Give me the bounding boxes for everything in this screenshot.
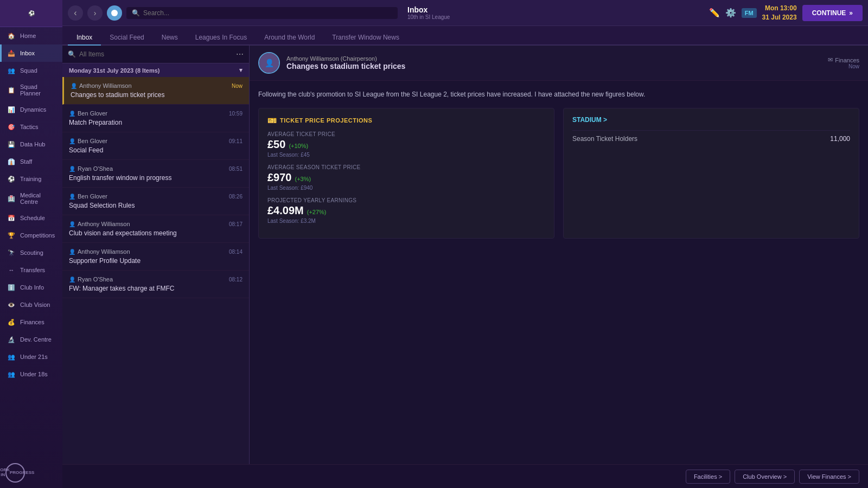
sidebar-item-finances[interactable]: 💰 Finances [0,313,62,331]
search-icon-small: 🔍 [68,50,76,58]
stadium-card: STADIUM > Season Ticket Holders 11,000 [563,108,859,239]
tab-around-world[interactable]: Around the World [256,29,323,46]
detail-tag-right: ✉ Finances Now [828,56,859,69]
projections-section: 🎫 TICKET PRICE PROJECTIONS AVERAGE TICKE… [258,108,859,239]
message-6-time: 08:17 [229,221,242,227]
message-item-3[interactable]: 👤 Ben Glover 09:11 Social Feed [62,132,249,160]
continue-arrow-icon: » [849,9,853,17]
nav-forward-button[interactable] [87,5,103,21]
sidebar-label-competitions: Competitions [20,232,55,239]
message-5-header: 👤 Ben Glover 08:26 [69,193,242,200]
detail-body: Following the club's promotion to SI Lea… [250,81,868,488]
sidebar-item-squad-planner[interactable]: 📋 Squad Planner [0,79,62,101]
person-icon-7: 👤 [69,249,75,255]
tag-icon: ✉ [828,56,833,63]
message-6-header: 👤 Anthony Williamson 08:17 [69,221,242,227]
training-icon: ⚽ [7,175,16,183]
message-1-sender: 👤 Anthony Williamson [71,82,132,89]
sidebar-item-home[interactable]: 🏠 Home [0,27,62,44]
competitions-icon: 🏆 [7,231,16,240]
avg-season-change: (+3%) [295,176,311,182]
inbox-icon: 📥 [7,49,16,57]
sidebar: ⚽ 🏠 Home 📥 Inbox 👥 Squad 📋 Squad Planner… [0,0,62,488]
message-3-subject: Social Feed [69,146,242,154]
sidebar-item-transfers[interactable]: ↔️ Transfers [0,261,62,279]
search-input[interactable] [143,9,392,17]
message-item-7[interactable]: 👤 Anthony Williamson 08:14 Supporter Pro… [62,243,249,271]
message-search-input[interactable] [79,50,233,58]
avg-season-row: £970 (+3%) [267,171,545,184]
fm-badge: FM [742,8,757,18]
edit-icon[interactable]: ✏️ [709,8,720,18]
bottombar: Facilities > Club Overview > View Financ… [62,464,868,488]
sidebar-item-under21s[interactable]: 👥 Under 21s [0,348,62,365]
sidebar-item-staff[interactable]: 👔 Staff [0,153,62,170]
sidebar-label-scouting: Scouting [20,249,43,256]
sidebar-item-scouting[interactable]: 🔭 Scouting [0,244,62,261]
stadium-season-tickets-row: Season Ticket Holders 11,000 [572,130,850,147]
sidebar-label-medical: Medical Centre [20,192,57,205]
sidebar-item-dynamics[interactable]: 📊 Dynamics [0,101,62,118]
avg-ticket-value: £50 [267,138,285,151]
message-list-scroll[interactable]: Monday 31st July 2023 (8 Items) ▾ 👤 Anth… [62,63,249,488]
detail-sender-name: Anthony Williamson (Chairperson) [286,55,405,62]
continue-label: CONTINUE [812,9,846,17]
sidebar-label-dev-centre: Dev. Centre [20,336,52,343]
message-item-6[interactable]: 👤 Anthony Williamson 08:17 Club vision a… [62,215,249,243]
sidebar-label-transfers: Transfers [20,267,45,273]
sidebar-item-competitions[interactable]: 🏆 Competitions [0,227,62,244]
tab-social-feed[interactable]: Social Feed [101,29,152,46]
message-3-sender: 👤 Ben Glover [69,138,107,144]
tab-transfer-window[interactable]: Transfer Window News [323,29,408,46]
filter-button[interactable]: ⋯ [236,50,244,59]
message-item-2[interactable]: 👤 Ben Glover 10:59 Match Preparation [62,105,249,132]
message-5-time: 08:26 [229,194,242,200]
message-search-bar[interactable]: 🔍 ⋯ [62,46,249,63]
ticket-card-title: TICKET PRICE PROJECTIONS [280,117,372,124]
avatar-icon: 👤 [265,59,274,67]
message-2-sender: 👤 Ben Glover [69,110,107,117]
sidebar-item-schedule[interactable]: 📅 Schedule [0,209,62,227]
sidebar-item-data-hub[interactable]: 💾 Data Hub [0,136,62,153]
home-nav-icon [111,9,118,17]
nav-active-button[interactable] [107,5,122,21]
facilities-button[interactable]: Facilities > [686,470,730,484]
avg-season-value: £970 [267,171,292,184]
sidebar-item-squad[interactable]: 👥 Squad [0,62,62,79]
tab-news[interactable]: News [153,29,187,46]
work-in-progress: WORK IN PROGRESS [0,458,62,488]
tab-inbox[interactable]: Inbox [68,29,101,46]
message-item-5[interactable]: 👤 Ben Glover 08:26 Squad Selection Rules [62,188,249,215]
message-6-subject: Club vision and expectations meeting [69,229,242,237]
message-3-time: 09:11 [229,138,242,144]
sidebar-item-medical[interactable]: 🏥 Medical Centre [0,188,62,209]
tab-leagues-in-focus[interactable]: Leagues In Focus [187,29,256,46]
message-3-header: 👤 Ben Glover 09:11 [69,138,242,144]
message-2-subject: Match Preparation [69,119,242,126]
nav-back-button[interactable] [68,5,83,21]
sidebar-label-squad: Squad [20,67,37,74]
message-item-1[interactable]: 👤 Anthony Williamson Now Changes to stad… [62,77,249,105]
person-icon-3: 👤 [69,138,75,144]
sidebar-label-data-hub: Data Hub [20,141,45,147]
message-item-4[interactable]: 👤 Ryan O'Shea 08:51 English transfer win… [62,160,249,188]
sidebar-item-tactics[interactable]: 🎯 Tactics [0,118,62,136]
sidebar-item-inbox[interactable]: 📥 Inbox [0,44,62,62]
view-finances-button[interactable]: View Finances > [799,470,859,484]
sidebar-item-training[interactable]: ⚽ Training [0,170,62,188]
ticket-card-header: 🎫 TICKET PRICE PROJECTIONS [267,116,545,125]
sidebar-label-club-info: Club Info [20,284,44,291]
sidebar-item-under18s[interactable]: 👥 Under 18s [0,365,62,383]
search-bar[interactable]: 🔍 [126,7,398,19]
continue-button[interactable]: CONTINUE » [802,5,863,21]
message-6-sender: 👤 Anthony Williamson [69,221,130,227]
squad-icon: 👥 [7,66,16,75]
club-overview-button[interactable]: Club Overview > [735,470,795,484]
sidebar-item-dev-centre[interactable]: 🔬 Dev. Centre [0,331,62,348]
sidebar-item-club-info[interactable]: ℹ️ Club Info [0,279,62,296]
stadium-link[interactable]: STADIUM > [572,116,850,124]
settings-icon[interactable]: ⚙️ [725,8,736,18]
message-item-8[interactable]: 👤 Ryan O'Shea 08:12 FW: Manager takes ch… [62,271,249,298]
group-expand-icon[interactable]: ▾ [239,67,242,74]
sidebar-item-club-vision[interactable]: 👁️ Club Vision [0,296,62,313]
